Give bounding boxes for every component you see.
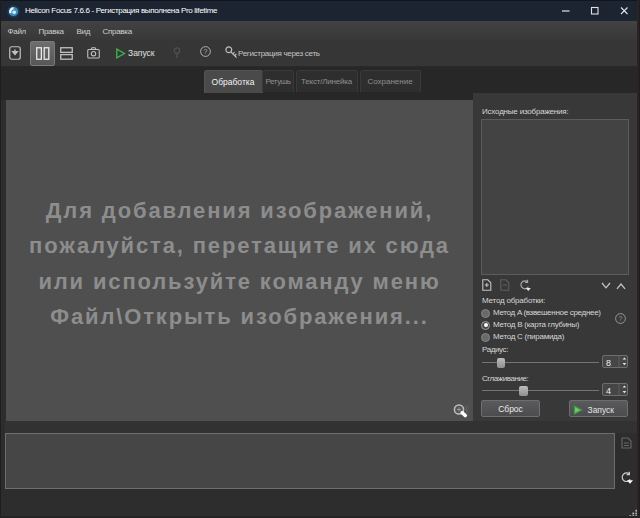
svg-text:?: ? (204, 48, 208, 55)
svg-text:?: ? (618, 315, 622, 322)
